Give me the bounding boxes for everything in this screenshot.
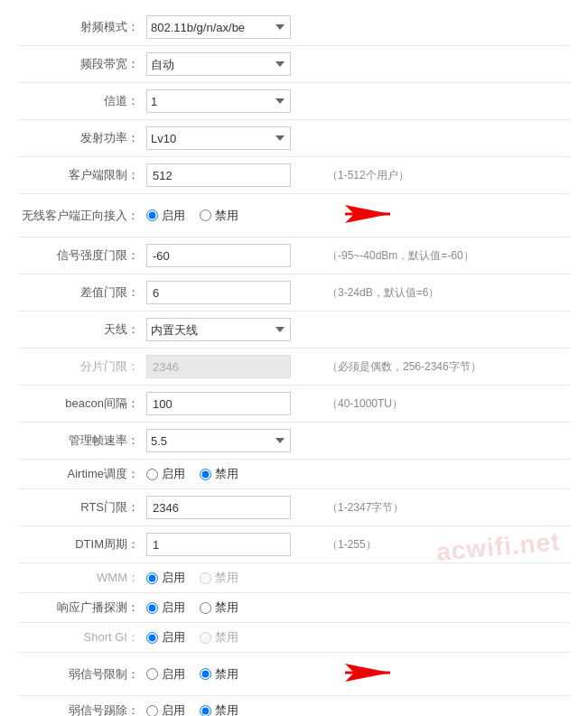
form-row-wmm: WMM：启用禁用 [18, 563, 570, 593]
radio-label-weak-signal-limit-enable[interactable]: 启用 [146, 666, 185, 683]
form-row-short-gi: Short GI：启用禁用 [18, 623, 570, 653]
form-row-wireless-forward: 无线客户端正向接入：启用禁用 [18, 194, 570, 237]
control-tx-power[interactable]: Lv10 [143, 120, 323, 157]
radio-text-enable: 启用 [162, 666, 185, 683]
radio-label-multicast-probe-enable[interactable]: 启用 [146, 600, 185, 616]
radio-text-disable: 禁用 [215, 208, 238, 224]
select-channel[interactable]: 1 [146, 89, 291, 113]
hint-weak-signal-limit [323, 653, 570, 696]
label-diff-threshold: 差值门限： [18, 274, 143, 312]
control-channel[interactable]: 1 [143, 83, 323, 120]
radio-label-wmm-enable[interactable]: 启用 [146, 570, 185, 586]
control-wireless-forward: 启用禁用 [143, 194, 323, 237]
radio-group-weak-signal-kick: 启用禁用 [146, 702, 320, 716]
radio-label-weak-signal-limit-disable[interactable]: 禁用 [200, 666, 238, 683]
radio-group-wmm: 启用禁用 [146, 570, 320, 586]
radio-text-disable: 禁用 [215, 666, 238, 683]
select-bandwidth[interactable]: 自动 [146, 52, 291, 76]
radio-text-disable: 禁用 [215, 466, 238, 482]
input-client-limit[interactable] [146, 163, 291, 187]
radio-label-weak-signal-kick-disable[interactable]: 禁用 [200, 702, 238, 716]
radio-label-wireless-forward-enable[interactable]: 启用 [146, 208, 185, 224]
radio-input-airtime-enable[interactable] [146, 469, 158, 480]
radio-input-short-gi-enable[interactable] [146, 632, 158, 644]
radio-input-wireless-forward-enable[interactable] [146, 209, 158, 221]
label-rts: RTS门限： [18, 489, 143, 526]
label-channel: 信道： [18, 83, 143, 120]
radio-input-weak-signal-limit-enable[interactable] [146, 668, 158, 680]
form-row-mgmt-rate: 管理帧速率：5.5 [18, 423, 570, 460]
radio-text-disable: 禁用 [215, 702, 238, 716]
red-arrow-icon-2 [327, 659, 399, 686]
radio-label-multicast-probe-disable[interactable]: 禁用 [200, 600, 238, 616]
form-row-bandwidth: 频段带宽：自动 [18, 46, 570, 83]
radio-group-wireless-forward: 启用禁用 [146, 208, 320, 224]
form-row-beacon: beacon间隔：（40-1000TU） [18, 386, 570, 423]
hint-fragment: （必须是偶数，256-2346字节） [323, 349, 570, 386]
radio-text-enable: 启用 [162, 466, 185, 482]
label-client-limit: 客户端限制： [18, 157, 143, 194]
select-mgmt-rate[interactable]: 5.5 [146, 429, 291, 452]
hint-rf-mode [323, 9, 570, 46]
input-diff-threshold[interactable] [146, 281, 291, 304]
radio-text-enable: 启用 [162, 629, 185, 646]
form-row-rts: RTS门限：（1-2347字节） [18, 489, 570, 526]
radio-label-wmm-disable[interactable]: 禁用 [200, 570, 238, 586]
label-wireless-forward: 无线客户端正向接入： [18, 194, 143, 237]
radio-label-short-gi-disable[interactable]: 禁用 [200, 629, 238, 646]
hint-rts: （1-2347字节） [323, 489, 570, 526]
label-short-gi: Short GI： [18, 623, 143, 653]
radio-label-wireless-forward-disable[interactable]: 禁用 [200, 208, 238, 224]
control-rts[interactable] [143, 489, 323, 526]
radio-text-disable: 禁用 [215, 629, 238, 646]
radio-text-enable: 启用 [162, 208, 185, 224]
control-dtim[interactable] [143, 526, 323, 563]
radio-input-multicast-probe-enable[interactable] [146, 602, 158, 614]
select-tx-power[interactable]: Lv10 [146, 126, 291, 150]
hint-beacon: （40-1000TU） [323, 386, 570, 423]
label-bandwidth: 频段带宽： [18, 46, 143, 83]
form-row-dtim: DTIM周期：（1-255） [18, 526, 570, 563]
radio-label-airtime-disable[interactable]: 禁用 [200, 466, 238, 482]
control-fragment[interactable] [143, 349, 323, 386]
control-beacon[interactable] [143, 386, 323, 423]
radio-input-wireless-forward-disable[interactable] [200, 209, 211, 221]
input-fragment [146, 355, 291, 378]
control-bandwidth[interactable]: 自动 [143, 46, 323, 83]
control-signal-threshold[interactable] [143, 237, 323, 274]
radio-text-disable: 禁用 [215, 600, 238, 616]
input-signal-threshold[interactable] [146, 244, 291, 267]
label-weak-signal-kick: 弱信号踢除： [18, 696, 143, 717]
radio-label-short-gi-enable[interactable]: 启用 [146, 629, 185, 646]
control-antenna[interactable]: 内置天线 [143, 312, 323, 349]
hint-antenna [323, 312, 570, 349]
label-dtim: DTIM周期： [18, 526, 143, 563]
radio-input-wmm-disable [200, 572, 211, 584]
radio-input-airtime-disable[interactable] [200, 469, 211, 480]
form-row-diff-threshold: 差值门限：（3-24dB，默认值=6） [18, 274, 570, 312]
input-beacon[interactable] [146, 392, 291, 415]
radio-input-wmm-enable[interactable] [146, 572, 158, 584]
radio-input-weak-signal-limit-disable[interactable] [200, 668, 211, 680]
radio-input-weak-signal-kick-disable[interactable] [200, 705, 211, 717]
form-row-antenna: 天线：内置天线 [18, 312, 570, 349]
control-client-limit[interactable] [143, 157, 323, 194]
control-rf-mode[interactable]: 802.11b/g/n/ax/be [143, 9, 323, 46]
control-mgmt-rate[interactable]: 5.5 [143, 423, 323, 460]
hint-wmm [323, 563, 570, 593]
control-multicast-probe: 启用禁用 [143, 593, 323, 623]
radio-group-airtime: 启用禁用 [146, 466, 320, 482]
control-diff-threshold[interactable] [143, 274, 323, 312]
input-rts[interactable] [146, 496, 291, 519]
control-airtime: 启用禁用 [143, 460, 323, 489]
radio-input-weak-signal-kick-enable[interactable] [146, 705, 158, 717]
select-antenna[interactable]: 内置天线 [146, 318, 291, 341]
select-rf-mode[interactable]: 802.11b/g/n/ax/be [146, 15, 291, 39]
radio-input-multicast-probe-disable[interactable] [200, 602, 211, 614]
hint-short-gi [323, 623, 570, 653]
hint-wireless-forward [323, 194, 570, 237]
radio-group-weak-signal-limit: 启用禁用 [146, 666, 320, 683]
radio-label-airtime-enable[interactable]: 启用 [146, 466, 185, 482]
radio-label-weak-signal-kick-enable[interactable]: 启用 [146, 702, 185, 716]
input-dtim[interactable] [146, 533, 291, 556]
